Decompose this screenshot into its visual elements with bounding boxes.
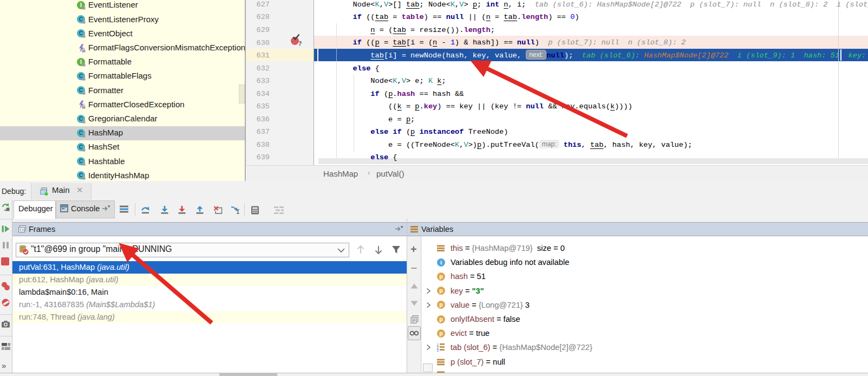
svg-text:3: 3	[437, 348, 439, 352]
